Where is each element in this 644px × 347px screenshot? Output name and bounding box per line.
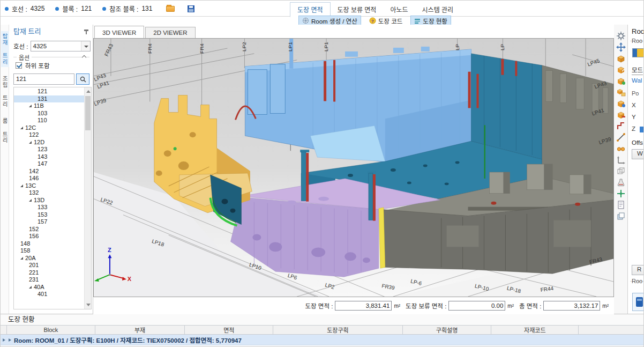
expand-arrow-icon[interactable]	[29, 105, 32, 107]
expand-arrow-icon[interactable]	[20, 257, 23, 260]
hold-area-value[interactable]: 0.00	[448, 301, 505, 311]
tree-search-input[interactable]: 121	[13, 73, 74, 85]
tree-item[interactable]: 11B	[14, 102, 84, 110]
bottom-section: 도장 현황 Block 부재 면적 도장구획 구획설명 자재코드 Room: R…	[1, 314, 643, 347]
vtab-room-tree[interactable]: 룸 트리	[1, 116, 9, 146]
tree-item[interactable]: 152	[14, 226, 84, 233]
scroll-up-icon[interactable]	[86, 90, 91, 93]
pipe-route-icon[interactable]	[616, 121, 626, 131]
column-zone-desc[interactable]: 구획설명	[403, 326, 492, 334]
tree-item-label: 153	[38, 211, 47, 219]
pin-icon[interactable]	[84, 29, 88, 34]
tree-item[interactable]: 133	[14, 204, 84, 211]
expand-arrow-icon[interactable]	[29, 141, 32, 144]
tree-item[interactable]: 12D	[14, 139, 84, 146]
tree-item[interactable]: 143	[14, 153, 84, 161]
tree-item[interactable]: 13D	[14, 197, 84, 204]
expand-arrow-icon[interactable]	[29, 286, 32, 289]
scroll-down-icon[interactable]	[86, 304, 91, 306]
tree-item[interactable]: 40A	[14, 284, 84, 291]
box-add-icon[interactable]	[616, 76, 626, 86]
box-select-icon[interactable]	[616, 99, 626, 108]
column-material-code[interactable]: 자재코드	[491, 326, 579, 334]
status-table-row[interactable]: Room: ROOM_01 / 도장구획: E100H / 자재코드: TIEX…	[1, 335, 643, 345]
collapse-chevron-icon[interactable]	[82, 54, 86, 58]
scroll-thumb[interactable]	[85, 96, 91, 130]
column-paint-zone[interactable]: 도장구획	[273, 326, 403, 334]
box-export-icon[interactable]	[616, 65, 626, 75]
tree-item[interactable]: 201	[14, 262, 84, 269]
box-group-icon[interactable]	[616, 87, 626, 97]
search-parts-icon[interactable]	[616, 144, 626, 153]
tree-item[interactable]: 103	[14, 110, 84, 117]
include-children-checkbox[interactable]	[16, 62, 22, 69]
layers-icon[interactable]	[616, 211, 626, 221]
tree-item[interactable]: 148	[14, 240, 84, 248]
column-member[interactable]: 부재	[95, 326, 185, 334]
vtab-mounting-tree[interactable]: 탑재 트리	[1, 31, 9, 67]
main-tabs: 도장 면적 도장 보류 면적 아노드 시스템 관리	[290, 4, 460, 17]
tree-item[interactable]: 231	[14, 276, 84, 284]
total-area-value[interactable]: 3,132.17	[543, 301, 600, 311]
row-selector[interactable]	[1, 338, 7, 342]
paint-area-value[interactable]: 3,831.41	[335, 301, 392, 311]
tab-anode[interactable]: 아노드	[383, 3, 415, 17]
pan-icon[interactable]	[616, 42, 626, 52]
tree-item[interactable]: 221	[14, 269, 84, 277]
vtab-assembly-tree[interactable]: 조립 트리	[1, 73, 9, 109]
tree-item[interactable]: 131	[14, 95, 84, 103]
open-folder-icon[interactable]	[166, 6, 175, 12]
tree-item[interactable]: 142	[14, 168, 84, 175]
room-table-icon[interactable]	[632, 48, 644, 57]
tree-item[interactable]: 20A	[14, 255, 84, 262]
wall-button[interactable]: W	[632, 149, 644, 159]
expander-icon[interactable]	[9, 338, 11, 342]
tree-item[interactable]: 146	[14, 175, 84, 182]
expand-arrow-icon[interactable]	[29, 199, 32, 202]
tree-item[interactable]: 147	[14, 160, 84, 168]
expand-arrow-icon[interactable]	[20, 184, 23, 187]
paint-tool-button[interactable]	[632, 293, 644, 311]
navigate-icon[interactable]	[616, 189, 626, 198]
3d-scene[interactable]: FR43 FR4 FR4 LP2 LP1 LP1 LP LP LP45 LP43…	[93, 38, 614, 297]
ship-select[interactable]: 4325	[31, 41, 91, 51]
grid-label: LP1	[287, 42, 293, 51]
tree-item[interactable]: 401	[14, 291, 84, 298]
tree-item[interactable]: 122	[14, 131, 84, 139]
run-button[interactable]: R	[632, 265, 644, 275]
tab-system-admin[interactable]: 시스템 관리	[415, 3, 461, 17]
view-settings-icon[interactable]	[616, 31, 626, 41]
tab-paint-hold-area[interactable]: 도장 보류 면적	[331, 3, 384, 17]
column-area[interactable]: 면적	[185, 326, 273, 334]
section-icon[interactable]	[616, 178, 626, 187]
save-icon[interactable]	[188, 5, 194, 12]
axis-icon[interactable]	[616, 155, 626, 165]
column-block[interactable]: Block	[7, 326, 95, 334]
tree-item[interactable]: 156	[14, 233, 84, 240]
tree-item[interactable]: 153	[14, 211, 84, 219]
wireframe-icon[interactable]	[616, 166, 626, 176]
tab-2d-viewer[interactable]: 2D VIEWER	[145, 27, 195, 38]
tree-item[interactable]: 158	[14, 247, 84, 255]
expand-arrow-icon[interactable]	[20, 127, 23, 129]
tree-item[interactable]: 13C	[14, 182, 84, 190]
solid-box-icon[interactable]	[616, 54, 626, 63]
z-value-field[interactable]	[640, 127, 644, 132]
tree-item[interactable]: 12C	[14, 124, 84, 132]
box-remove-icon[interactable]	[616, 110, 626, 120]
block-tree: 12113111B10311012C12212D1231431471421461…	[13, 87, 92, 309]
report-icon[interactable]	[616, 200, 626, 210]
tab-3d-viewer[interactable]: 3D VIEWER	[94, 26, 144, 38]
chevron-down-icon[interactable]	[81, 41, 90, 51]
tree-item[interactable]: 110	[14, 117, 84, 124]
svg-text:?: ?	[371, 19, 374, 24]
tree-scrollbar[interactable]	[84, 87, 91, 309]
search-button[interactable]	[76, 73, 89, 85]
measure-icon[interactable]	[616, 132, 626, 142]
tree-item[interactable]: 157	[14, 218, 84, 226]
tree-item[interactable]: 132	[14, 189, 84, 197]
tree-item[interactable]: 121	[14, 88, 84, 95]
tree-item[interactable]: 123	[14, 146, 84, 153]
row-expander-icon[interactable]	[3, 338, 5, 342]
blue-bullet-icon	[5, 7, 9, 11]
